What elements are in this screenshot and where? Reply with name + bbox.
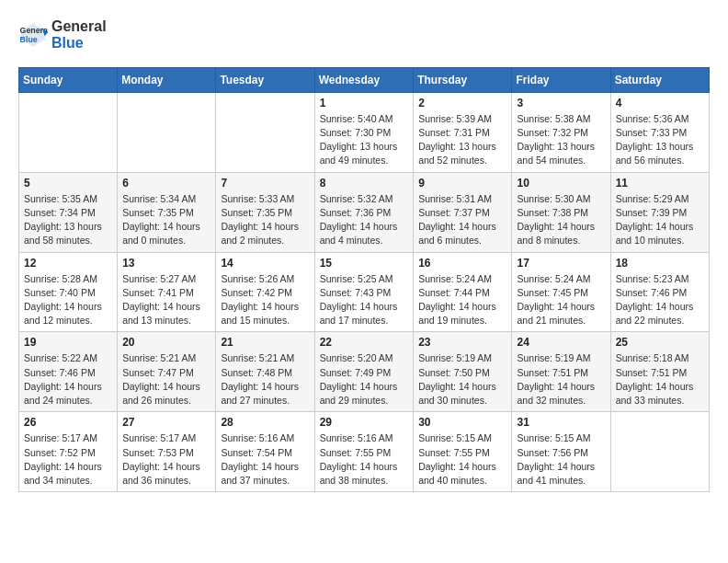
day-number: 3 — [517, 97, 605, 109]
logo-blue-text: Blue — [51, 35, 107, 52]
cell-content: Sunrise: 5:21 AM Sunset: 7:48 PM Dayligh… — [221, 351, 309, 408]
day-number: 14 — [221, 257, 309, 270]
calendar-cell: 13Sunrise: 5:27 AM Sunset: 7:41 PM Dayli… — [118, 252, 216, 332]
calendar-cell: 2Sunrise: 5:39 AM Sunset: 7:31 PM Daylig… — [414, 92, 512, 172]
cell-content: Sunrise: 5:19 AM Sunset: 7:50 PM Dayligh… — [418, 351, 506, 408]
day-number: 4 — [616, 97, 704, 109]
calendar-header-row: SundayMondayTuesdayWednesdayThursdayFrid… — [19, 67, 710, 92]
day-number: 6 — [122, 177, 210, 190]
day-number: 12 — [24, 257, 112, 270]
cell-content: Sunrise: 5:36 AM Sunset: 7:33 PM Dayligh… — [616, 112, 704, 168]
calendar-table: SundayMondayTuesdayWednesdayThursdayFrid… — [18, 67, 710, 492]
calendar-cell: 22Sunrise: 5:20 AM Sunset: 7:49 PM Dayli… — [314, 332, 414, 412]
calendar-cell: 30Sunrise: 5:15 AM Sunset: 7:55 PM Dayli… — [414, 412, 512, 492]
day-number: 10 — [517, 177, 605, 190]
cell-content: Sunrise: 5:19 AM Sunset: 7:51 PM Dayligh… — [517, 351, 605, 408]
svg-text:Blue: Blue — [20, 35, 38, 44]
cell-content: Sunrise: 5:22 AM Sunset: 7:46 PM Dayligh… — [24, 351, 112, 408]
day-number: 27 — [122, 416, 210, 429]
cell-content: Sunrise: 5:17 AM Sunset: 7:52 PM Dayligh… — [24, 431, 112, 488]
calendar-cell: 15Sunrise: 5:25 AM Sunset: 7:43 PM Dayli… — [314, 252, 414, 332]
day-number: 19 — [24, 336, 112, 349]
day-number: 30 — [418, 416, 506, 429]
day-number: 31 — [517, 416, 605, 429]
calendar-cell: 11Sunrise: 5:29 AM Sunset: 7:39 PM Dayli… — [610, 172, 709, 252]
cell-content: Sunrise: 5:17 AM Sunset: 7:53 PM Dayligh… — [122, 431, 210, 488]
day-of-week-header: Tuesday — [216, 67, 314, 92]
day-number: 18 — [616, 257, 704, 270]
calendar-cell: 19Sunrise: 5:22 AM Sunset: 7:46 PM Dayli… — [19, 332, 118, 412]
calendar-cell: 20Sunrise: 5:21 AM Sunset: 7:47 PM Dayli… — [118, 332, 216, 412]
cell-content: Sunrise: 5:24 AM Sunset: 7:45 PM Dayligh… — [517, 272, 605, 328]
calendar-cell — [610, 412, 709, 492]
day-of-week-header: Thursday — [414, 67, 512, 92]
cell-content: Sunrise: 5:23 AM Sunset: 7:46 PM Dayligh… — [616, 272, 704, 328]
day-number: 16 — [418, 257, 506, 270]
calendar-cell — [19, 92, 118, 172]
day-of-week-header: Saturday — [610, 67, 709, 92]
cell-content: Sunrise: 5:32 AM Sunset: 7:36 PM Dayligh… — [320, 192, 409, 248]
calendar-cell: 24Sunrise: 5:19 AM Sunset: 7:51 PM Dayli… — [512, 332, 610, 412]
day-number: 28 — [221, 416, 309, 429]
calendar-cell: 18Sunrise: 5:23 AM Sunset: 7:46 PM Dayli… — [610, 252, 709, 332]
calendar-cell: 7Sunrise: 5:33 AM Sunset: 7:35 PM Daylig… — [216, 172, 314, 252]
day-number: 1 — [320, 97, 409, 109]
cell-content: Sunrise: 5:27 AM Sunset: 7:41 PM Dayligh… — [122, 272, 210, 328]
cell-content: Sunrise: 5:25 AM Sunset: 7:43 PM Dayligh… — [320, 272, 409, 328]
day-number: 26 — [24, 416, 112, 429]
cell-content: Sunrise: 5:40 AM Sunset: 7:30 PM Dayligh… — [320, 112, 409, 168]
day-number: 9 — [418, 177, 506, 190]
calendar-cell: 4Sunrise: 5:36 AM Sunset: 7:33 PM Daylig… — [610, 92, 709, 172]
calendar-week-row: 1Sunrise: 5:40 AM Sunset: 7:30 PM Daylig… — [19, 92, 710, 172]
cell-content: Sunrise: 5:16 AM Sunset: 7:54 PM Dayligh… — [221, 431, 309, 488]
cell-content: Sunrise: 5:20 AM Sunset: 7:49 PM Dayligh… — [320, 351, 409, 408]
calendar-cell: 26Sunrise: 5:17 AM Sunset: 7:52 PM Dayli… — [19, 412, 118, 492]
calendar-cell: 31Sunrise: 5:15 AM Sunset: 7:56 PM Dayli… — [512, 412, 610, 492]
cell-content: Sunrise: 5:28 AM Sunset: 7:40 PM Dayligh… — [24, 272, 112, 328]
calendar-cell: 21Sunrise: 5:21 AM Sunset: 7:48 PM Dayli… — [216, 332, 314, 412]
day-number: 24 — [517, 336, 605, 349]
calendar-cell: 25Sunrise: 5:18 AM Sunset: 7:51 PM Dayli… — [610, 332, 709, 412]
cell-content: Sunrise: 5:16 AM Sunset: 7:55 PM Dayligh… — [320, 431, 409, 488]
cell-content: Sunrise: 5:31 AM Sunset: 7:37 PM Dayligh… — [418, 192, 506, 248]
calendar-cell: 9Sunrise: 5:31 AM Sunset: 7:37 PM Daylig… — [414, 172, 512, 252]
calendar-cell: 12Sunrise: 5:28 AM Sunset: 7:40 PM Dayli… — [19, 252, 118, 332]
logo-icon: General Blue — [18, 20, 48, 50]
cell-content: Sunrise: 5:33 AM Sunset: 7:35 PM Dayligh… — [221, 192, 309, 248]
cell-content: Sunrise: 5:24 AM Sunset: 7:44 PM Dayligh… — [418, 272, 506, 328]
cell-content: Sunrise: 5:34 AM Sunset: 7:35 PM Dayligh… — [122, 192, 210, 248]
calendar-cell — [118, 92, 216, 172]
day-of-week-header: Monday — [118, 67, 216, 92]
day-number: 20 — [122, 336, 210, 349]
calendar-week-row: 12Sunrise: 5:28 AM Sunset: 7:40 PM Dayli… — [19, 252, 710, 332]
day-number: 25 — [616, 336, 704, 349]
day-number: 22 — [320, 336, 409, 349]
calendar-cell: 28Sunrise: 5:16 AM Sunset: 7:54 PM Dayli… — [216, 412, 314, 492]
calendar-cell: 29Sunrise: 5:16 AM Sunset: 7:55 PM Dayli… — [314, 412, 414, 492]
cell-content: Sunrise: 5:18 AM Sunset: 7:51 PM Dayligh… — [616, 351, 704, 408]
day-of-week-header: Wednesday — [314, 67, 414, 92]
cell-content: Sunrise: 5:39 AM Sunset: 7:31 PM Dayligh… — [418, 112, 506, 168]
day-of-week-header: Friday — [512, 67, 610, 92]
calendar-cell: 17Sunrise: 5:24 AM Sunset: 7:45 PM Dayli… — [512, 252, 610, 332]
cell-content: Sunrise: 5:15 AM Sunset: 7:56 PM Dayligh… — [517, 431, 605, 488]
calendar-cell: 1Sunrise: 5:40 AM Sunset: 7:30 PM Daylig… — [314, 92, 414, 172]
day-number: 23 — [418, 336, 506, 349]
day-number: 17 — [517, 257, 605, 270]
cell-content: Sunrise: 5:21 AM Sunset: 7:47 PM Dayligh… — [122, 351, 210, 408]
cell-content: Sunrise: 5:15 AM Sunset: 7:55 PM Dayligh… — [418, 431, 506, 488]
calendar-cell: 5Sunrise: 5:35 AM Sunset: 7:34 PM Daylig… — [19, 172, 118, 252]
calendar-cell: 27Sunrise: 5:17 AM Sunset: 7:53 PM Dayli… — [118, 412, 216, 492]
day-number: 5 — [24, 177, 112, 190]
calendar-week-row: 19Sunrise: 5:22 AM Sunset: 7:46 PM Dayli… — [19, 332, 710, 412]
logo-general-text: General — [51, 18, 107, 35]
cell-content: Sunrise: 5:26 AM Sunset: 7:42 PM Dayligh… — [221, 272, 309, 328]
cell-content: Sunrise: 5:30 AM Sunset: 7:38 PM Dayligh… — [517, 192, 605, 248]
calendar-cell: 14Sunrise: 5:26 AM Sunset: 7:42 PM Dayli… — [216, 252, 314, 332]
day-number: 2 — [418, 97, 506, 109]
day-of-week-header: Sunday — [19, 67, 118, 92]
calendar-cell: 16Sunrise: 5:24 AM Sunset: 7:44 PM Dayli… — [414, 252, 512, 332]
page-header: General Blue General Blue — [18, 18, 710, 52]
calendar-cell — [216, 92, 314, 172]
calendar-cell: 23Sunrise: 5:19 AM Sunset: 7:50 PM Dayli… — [414, 332, 512, 412]
